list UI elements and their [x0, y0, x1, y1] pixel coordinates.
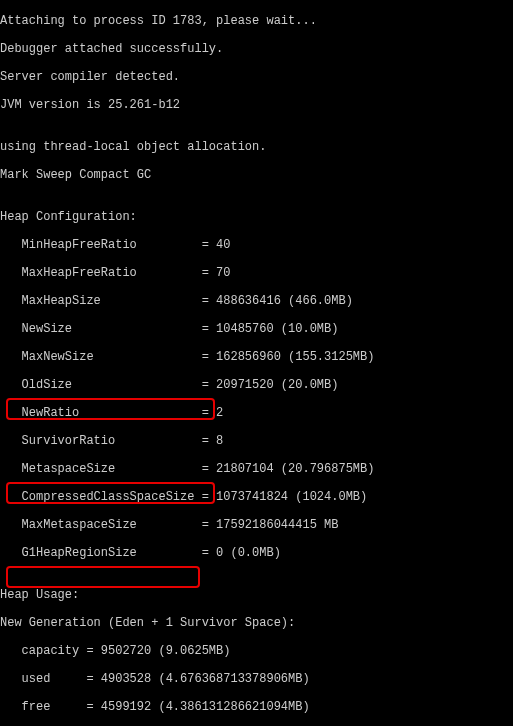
newgen-used: used = 4903528 (4.676368713378906MB) [0, 672, 513, 686]
heap-config-row: MaxHeapFreeRatio = 70 [0, 266, 513, 280]
heap-config-row: OldSize = 20971520 (20.0MB) [0, 378, 513, 392]
heap-config-row: SurvivorRatio = 8 [0, 434, 513, 448]
compiler-line: Server compiler detected. [0, 70, 513, 84]
heap-config-row: MaxHeapSize = 488636416 (466.0MB) [0, 294, 513, 308]
attach-line: Attaching to process ID 1783, please wai… [0, 14, 513, 28]
heap-config-row: MaxMetaspaceSize = 17592186044415 MB [0, 518, 513, 532]
attached-line: Debugger attached successfully. [0, 42, 513, 56]
heap-config-row: NewSize = 10485760 (10.0MB) [0, 322, 513, 336]
heap-config-row: G1HeapRegionSize = 0 (0.0MB) [0, 546, 513, 560]
heap-config-row: NewRatio = 2 [0, 406, 513, 420]
heap-config-row: MetaspaceSize = 21807104 (20.796875MB) [0, 462, 513, 476]
heap-usage-title: Heap Usage: [0, 588, 513, 602]
alloc-line: using thread-local object allocation. [0, 140, 513, 154]
jvm-version-line: JVM version is 25.261-b12 [0, 98, 513, 112]
heap-config-row: CompressedClassSpaceSize = 1073741824 (1… [0, 490, 513, 504]
heap-config-row: MinHeapFreeRatio = 40 [0, 238, 513, 252]
heap-config-title: Heap Configuration: [0, 210, 513, 224]
gc-line: Mark Sweep Compact GC [0, 168, 513, 182]
terminal-output: Attaching to process ID 1783, please wai… [0, 0, 513, 726]
newgen-capacity: capacity = 9502720 (9.0625MB) [0, 644, 513, 658]
highlight-from-pct [6, 566, 200, 588]
newgen-title: New Generation (Eden + 1 Survivor Space)… [0, 616, 513, 630]
newgen-free: free = 4599192 (4.386131286621094MB) [0, 700, 513, 714]
heap-config-row: MaxNewSize = 162856960 (155.3125MB) [0, 350, 513, 364]
